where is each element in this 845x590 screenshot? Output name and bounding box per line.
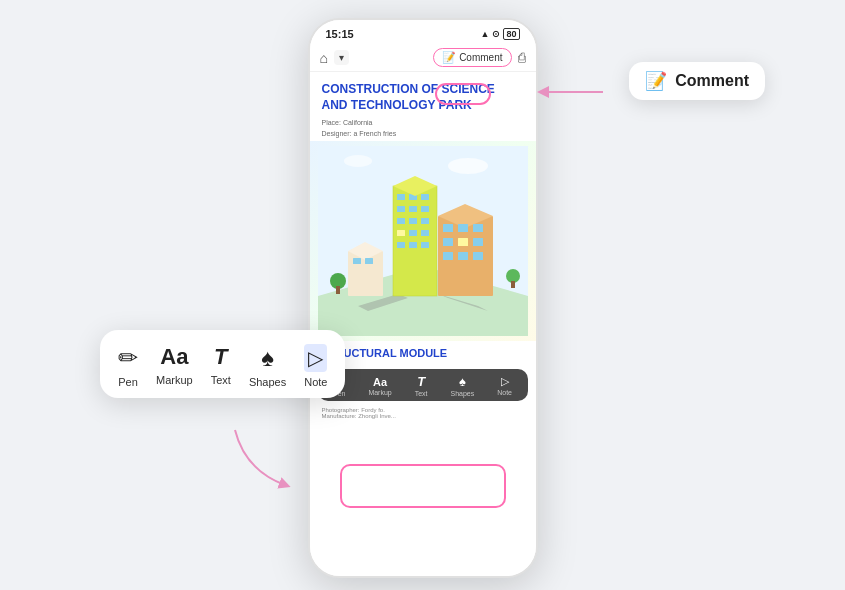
comment-tooltip-label: Comment bbox=[675, 72, 749, 90]
shapes-label: Shapes bbox=[450, 390, 474, 397]
text-label: Text bbox=[415, 390, 428, 397]
markup-icon: Aa bbox=[373, 376, 387, 388]
note-large-label: Note bbox=[304, 376, 327, 388]
svg-rect-15 bbox=[397, 230, 405, 236]
text-large-label: Text bbox=[211, 374, 231, 386]
isometric-illustration bbox=[310, 141, 536, 341]
svg-rect-18 bbox=[397, 242, 405, 248]
shapes-large-icon: ♠ bbox=[261, 344, 274, 372]
svg-rect-4 bbox=[393, 186, 437, 296]
svg-rect-12 bbox=[397, 218, 405, 224]
comment-arrow bbox=[533, 77, 613, 107]
markup-label: Markup bbox=[368, 389, 391, 396]
comment-tooltip: 📝 Comment bbox=[629, 62, 765, 100]
note-label: Note bbox=[497, 389, 512, 396]
credit-line-2: Manufacture: Zhongli Inve... bbox=[322, 413, 524, 419]
mini-toolbar-phone: ✏ Pen Aa Markup T Text ♠ Shapes ▷ Note bbox=[318, 369, 528, 401]
dropdown-arrow-icon: ▾ bbox=[339, 52, 344, 63]
svg-rect-35 bbox=[353, 258, 361, 264]
section-title: STRUCTURAL MODULE bbox=[322, 347, 524, 359]
svg-rect-38 bbox=[336, 286, 340, 294]
text-icon: T bbox=[417, 374, 425, 389]
pen-large-label: Pen bbox=[118, 376, 138, 388]
comment-tooltip-emoji-icon: 📝 bbox=[645, 70, 667, 92]
svg-rect-8 bbox=[421, 194, 429, 200]
tool-shapes[interactable]: ♠ Shapes bbox=[249, 344, 286, 388]
svg-rect-20 bbox=[421, 242, 429, 248]
svg-rect-9 bbox=[397, 206, 405, 212]
tool-text[interactable]: T Text bbox=[211, 344, 231, 386]
svg-rect-30 bbox=[443, 252, 453, 260]
book-content: CONSTRUCTION OF SCIENCE AND TECHNOLOGY P… bbox=[310, 72, 536, 576]
svg-point-42 bbox=[344, 155, 372, 167]
pen-large-icon: ✏ bbox=[118, 344, 138, 372]
floating-toolbar: ✏ Pen Aa Markup T Text ♠ Shapes ▷ Note bbox=[100, 330, 345, 398]
svg-point-41 bbox=[448, 158, 488, 174]
svg-rect-27 bbox=[443, 238, 453, 246]
mini-tool-shapes[interactable]: ♠ Shapes bbox=[450, 374, 474, 397]
status-icons: ▲ ⊙ 80 bbox=[481, 28, 520, 40]
svg-rect-28 bbox=[458, 238, 468, 246]
comment-button[interactable]: 📝 Comment bbox=[433, 48, 511, 67]
status-bar: 15:15 ▲ ⊙ 80 bbox=[310, 20, 536, 44]
comment-emoji-icon: 📝 bbox=[442, 51, 456, 64]
app-bar: ⌂ ▾ 📝 Comment ⎙ bbox=[310, 44, 536, 72]
book-meta-place: Place: California bbox=[322, 119, 524, 126]
svg-rect-36 bbox=[365, 258, 373, 264]
shapes-icon: ♠ bbox=[459, 374, 466, 389]
svg-rect-14 bbox=[421, 218, 429, 224]
svg-rect-40 bbox=[511, 281, 515, 288]
tool-pen[interactable]: ✏ Pen bbox=[118, 344, 138, 388]
toolbar-arrow bbox=[225, 420, 325, 500]
mini-tool-note[interactable]: ▷ Note bbox=[497, 375, 512, 396]
mini-tool-markup[interactable]: Aa Markup bbox=[368, 376, 391, 396]
tool-note[interactable]: ▷ Note bbox=[304, 344, 327, 388]
screenshot-icon[interactable]: ⎙ bbox=[518, 50, 526, 65]
svg-rect-16 bbox=[409, 230, 417, 236]
svg-rect-32 bbox=[473, 252, 483, 260]
svg-rect-17 bbox=[421, 230, 429, 236]
bottom-credit: Photographer: Fordy fo. Manufacture: Zho… bbox=[310, 403, 536, 423]
svg-rect-25 bbox=[458, 224, 468, 232]
text-large-icon: T bbox=[214, 344, 227, 370]
markup-large-icon: Aa bbox=[160, 344, 188, 370]
book-title: CONSTRUCTION OF SCIENCE AND TECHNOLOGY P… bbox=[322, 82, 524, 113]
mini-tool-text[interactable]: T Text bbox=[415, 374, 428, 397]
book-meta-designer: Designer: a French fries bbox=[322, 130, 524, 137]
svg-rect-11 bbox=[421, 206, 429, 212]
svg-rect-26 bbox=[473, 224, 483, 232]
svg-rect-24 bbox=[443, 224, 453, 232]
shapes-large-label: Shapes bbox=[249, 376, 286, 388]
markup-large-label: Markup bbox=[156, 374, 193, 386]
svg-rect-13 bbox=[409, 218, 417, 224]
home-icon[interactable]: ⌂ bbox=[320, 50, 328, 66]
signal-icon: ▲ bbox=[481, 29, 490, 39]
svg-rect-19 bbox=[409, 242, 417, 248]
tool-markup[interactable]: Aa Markup bbox=[156, 344, 193, 386]
svg-rect-29 bbox=[473, 238, 483, 246]
svg-rect-6 bbox=[397, 194, 405, 200]
svg-rect-31 bbox=[458, 252, 468, 260]
battery-icon: 80 bbox=[503, 28, 519, 40]
note-icon: ▷ bbox=[501, 375, 509, 388]
dropdown-button[interactable]: ▾ bbox=[334, 50, 349, 65]
note-large-icon: ▷ bbox=[304, 344, 327, 372]
svg-point-39 bbox=[506, 269, 520, 283]
wifi-icon: ⊙ bbox=[492, 29, 500, 39]
phone-frame: 15:15 ▲ ⊙ 80 ⌂ ▾ 📝 Comment ⎙ CONSTRUCTIO… bbox=[308, 18, 538, 578]
svg-rect-10 bbox=[409, 206, 417, 212]
time-display: 15:15 bbox=[326, 28, 354, 40]
book-cover: CONSTRUCTION OF SCIENCE AND TECHNOLOGY P… bbox=[310, 72, 536, 137]
comment-button-label: Comment bbox=[459, 52, 502, 63]
